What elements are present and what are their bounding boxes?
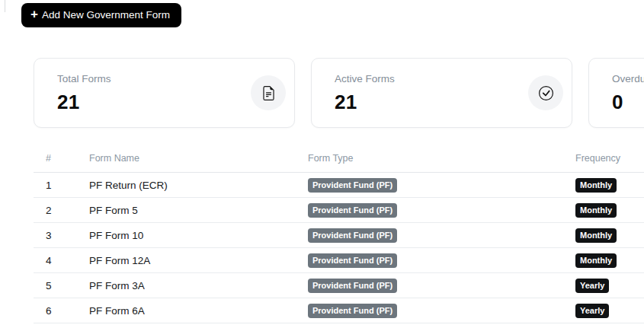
form-name-cell: PF Form 3A <box>89 273 308 298</box>
stat-card-label: Active Forms <box>335 73 553 84</box>
form-type-badge: Provident Fund (PF) <box>308 228 397 243</box>
table-header-row: # Form Name Form Type Frequency <box>34 146 644 173</box>
form-name-cell: PF Form 5 <box>89 198 308 223</box>
row-number-cell: 5 <box>34 273 89 298</box>
stats-row: Total Forms 21 Active Forms 21 Overdue 0 <box>34 58 644 128</box>
add-new-government-form-button[interactable]: + Add New Government Form <box>21 3 181 27</box>
column-header-form-type: Form Type <box>308 146 575 173</box>
frequency-cell: Monthly <box>575 248 644 273</box>
form-type-badge: Provident Fund (PF) <box>308 203 397 218</box>
stat-card-overdue: Overdue 0 <box>588 58 644 128</box>
frequency-cell: Monthly <box>575 173 644 198</box>
frequency-badge: Monthly <box>575 178 617 193</box>
stat-card-value: 21 <box>335 91 553 114</box>
form-type-badge: Provident Fund (PF) <box>308 279 397 293</box>
form-name-cell: PF Form 10 <box>89 223 308 248</box>
column-header-frequency: Frequency <box>575 146 644 173</box>
frequency-cell: Yearly <box>575 298 644 323</box>
row-number-cell: 2 <box>34 198 89 223</box>
row-number-cell: 6 <box>34 298 89 323</box>
form-type-badge: Provident Fund (PF) <box>308 178 397 193</box>
form-type-cell: Provident Fund (PF) <box>308 298 575 323</box>
stat-card-value: 0 <box>612 91 644 114</box>
forms-table: # Form Name Form Type Frequency 1 PF Ret… <box>34 146 644 323</box>
column-header-form-name: Form Name <box>89 146 308 173</box>
form-type-cell: Provident Fund (PF) <box>308 173 575 198</box>
form-name-cell: PF Form 12A <box>89 248 308 273</box>
form-type-badge: Provident Fund (PF) <box>308 304 397 318</box>
form-name-cell: PF Return (ECR) <box>89 173 308 198</box>
table-row: 5 PF Form 3A Provident Fund (PF) Yearly <box>34 273 644 298</box>
frequency-badge: Yearly <box>575 304 609 318</box>
stat-card-label: Overdue <box>612 73 644 84</box>
stat-card-total-forms: Total Forms 21 <box>34 58 295 128</box>
frequency-badge: Monthly <box>575 228 617 243</box>
table-row: 6 PF Form 6A Provident Fund (PF) Yearly <box>34 298 644 323</box>
stat-card-value: 21 <box>57 91 276 114</box>
column-header-number: # <box>34 146 89 173</box>
table-row: 2 PF Form 5 Provident Fund (PF) Monthly <box>34 198 644 223</box>
table-row: 4 PF Form 12A Provident Fund (PF) Monthl… <box>34 248 644 273</box>
container-edge-line <box>5 0 5 12</box>
table-row: 1 PF Return (ECR) Provident Fund (PF) Mo… <box>34 173 644 198</box>
form-type-badge: Provident Fund (PF) <box>308 253 397 268</box>
check-circle-icon <box>528 75 563 110</box>
stat-card-label: Total Forms <box>57 73 276 84</box>
frequency-cell: Yearly <box>575 273 644 298</box>
stat-card-active-forms: Active Forms 21 <box>311 58 572 128</box>
form-type-cell: Provident Fund (PF) <box>308 248 575 273</box>
frequency-badge: Monthly <box>575 253 617 268</box>
form-type-cell: Provident Fund (PF) <box>308 198 575 223</box>
row-number-cell: 3 <box>34 223 89 248</box>
frequency-cell: Monthly <box>575 223 644 248</box>
form-type-cell: Provident Fund (PF) <box>308 223 575 248</box>
form-type-cell: Provident Fund (PF) <box>308 273 575 298</box>
form-name-cell: PF Form 6A <box>89 298 308 323</box>
add-button-label: Add New Government Form <box>42 9 170 21</box>
file-text-icon <box>251 75 286 110</box>
plus-icon: + <box>30 9 38 20</box>
table-row: 3 PF Form 10 Provident Fund (PF) Monthly <box>34 223 644 248</box>
frequency-badge: Yearly <box>575 279 609 293</box>
frequency-badge: Monthly <box>575 203 617 218</box>
row-number-cell: 1 <box>34 173 89 198</box>
row-number-cell: 4 <box>34 248 89 273</box>
frequency-cell: Monthly <box>575 198 644 223</box>
